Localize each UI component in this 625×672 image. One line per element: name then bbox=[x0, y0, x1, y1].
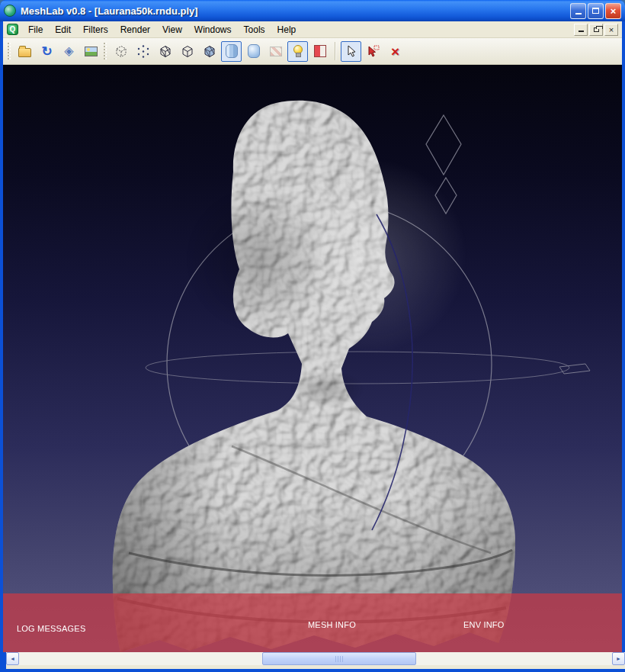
titlebar[interactable]: MeshLab v0.8 - [Laurana50k.rndu.ply] × bbox=[0, 0, 625, 21]
flat-lines-render-button[interactable] bbox=[199, 41, 220, 62]
snapshot-icon bbox=[85, 47, 98, 56]
window-title: MeshLab v0.8 - [Laurana50k.rndu.ply] bbox=[21, 5, 570, 17]
main-toolbar: ↻ ◈ bbox=[3, 38, 622, 65]
close-button[interactable]: × bbox=[605, 3, 621, 19]
scrollbar-thumb[interactable] bbox=[262, 652, 416, 665]
scroll-left-button[interactable]: ◄ bbox=[6, 652, 19, 665]
toolbar-separator bbox=[335, 42, 336, 60]
light-bulb-icon bbox=[293, 45, 303, 54]
flat-shading-icon bbox=[226, 44, 238, 58]
fancy-lighting-button[interactable] bbox=[309, 41, 330, 62]
laurana-bust-mesh bbox=[113, 101, 515, 652]
mdi-close-button[interactable]: × bbox=[604, 24, 618, 36]
save-icon: ◈ bbox=[64, 45, 73, 57]
menu-filters[interactable]: Filters bbox=[77, 22, 114, 37]
env-info-panel: ENV INFO FOV: 60 FPS: 66.7 bbox=[463, 600, 507, 652]
mesh-info-title: MESH INFO bbox=[308, 620, 368, 630]
mdi-minimize-button[interactable] bbox=[574, 24, 588, 36]
wireframe-render-button[interactable] bbox=[155, 41, 175, 62]
points-icon bbox=[136, 43, 151, 59]
mdi-window-controls: × bbox=[574, 24, 620, 36]
smooth-shading-icon bbox=[248, 44, 260, 58]
minimize-icon bbox=[575, 8, 582, 14]
texture-icon bbox=[270, 47, 282, 56]
delete-faces-button[interactable]: × bbox=[385, 41, 405, 62]
reload-mesh-button[interactable]: ↻ bbox=[37, 41, 57, 62]
menu-tools[interactable]: Tools bbox=[238, 22, 271, 37]
3d-viewport[interactable]: LOG MESSAGES MESH INFO Vertices: 27861 F… bbox=[3, 65, 622, 652]
mdi-restore-icon bbox=[594, 27, 599, 32]
fancy-lighting-icon bbox=[314, 45, 326, 57]
open-folder-icon bbox=[18, 48, 31, 57]
bbox-cube-icon bbox=[114, 43, 129, 59]
select-faces-button[interactable] bbox=[363, 41, 383, 62]
maximize-button[interactable] bbox=[588, 3, 604, 19]
points-render-button[interactable] bbox=[133, 41, 153, 62]
scrollbar-track[interactable] bbox=[19, 652, 612, 665]
menu-render[interactable]: Render bbox=[114, 22, 156, 37]
env-info-title: ENV INFO bbox=[463, 620, 507, 630]
minimize-button[interactable] bbox=[570, 3, 586, 19]
meshlab-logo-icon bbox=[4, 5, 16, 17]
mdi-minimize-icon bbox=[579, 27, 584, 32]
menu-file[interactable]: File bbox=[22, 22, 49, 37]
reload-icon: ↻ bbox=[41, 45, 52, 58]
document-icon[interactable]: Q bbox=[7, 24, 18, 35]
hidden-lines-cube-icon bbox=[180, 43, 195, 59]
menu-help[interactable]: Help bbox=[271, 22, 303, 37]
edit-pointer-button[interactable] bbox=[341, 41, 361, 62]
maximize-icon bbox=[592, 8, 599, 14]
toolbar-handle[interactable] bbox=[104, 43, 107, 59]
texture-render-button bbox=[265, 41, 286, 62]
wireframe-cube-icon bbox=[158, 43, 173, 59]
status-strip bbox=[6, 665, 625, 669]
bbox-render-button[interactable] bbox=[111, 41, 131, 62]
smooth-render-button[interactable] bbox=[243, 41, 264, 62]
menu-view[interactable]: View bbox=[156, 22, 188, 37]
hidden-lines-render-button[interactable] bbox=[177, 41, 197, 62]
meshlab-window: MeshLab v0.8 - [Laurana50k.rndu.ply] × Q… bbox=[0, 0, 625, 672]
flat-render-button[interactable] bbox=[221, 41, 242, 62]
window-controls: × bbox=[570, 3, 621, 19]
delete-x-icon: × bbox=[391, 44, 399, 59]
menu-edit[interactable]: Edit bbox=[49, 22, 77, 37]
snapshot-button[interactable] bbox=[81, 41, 101, 62]
open-project-button[interactable] bbox=[14, 41, 35, 62]
info-overlay: LOG MESSAGES MESH INFO Vertices: 27861 F… bbox=[3, 593, 622, 652]
flat-lines-cube-icon bbox=[202, 43, 217, 59]
menu-windows[interactable]: Windows bbox=[188, 22, 238, 37]
horizontal-scrollbar[interactable]: ◄ ► bbox=[6, 652, 625, 665]
menubar: Q File Edit Filters Render View Windows … bbox=[3, 21, 622, 38]
mesh-canvas bbox=[3, 65, 622, 652]
mdi-restore-button[interactable] bbox=[589, 24, 603, 36]
lighting-toggle-button[interactable] bbox=[287, 41, 308, 62]
log-messages-title: LOG MESSAGES bbox=[17, 624, 85, 634]
mesh-info-panel: MESH INFO Vertices: 27861 Faces: 49954 bbox=[308, 600, 368, 652]
select-faces-icon bbox=[366, 43, 381, 59]
toolbar-handle[interactable] bbox=[8, 43, 11, 59]
save-mesh-button[interactable]: ◈ bbox=[59, 41, 79, 62]
log-messages-panel: LOG MESSAGES bbox=[17, 604, 85, 652]
cursor-arrow-icon bbox=[344, 43, 359, 59]
scroll-right-button[interactable]: ► bbox=[612, 652, 625, 665]
